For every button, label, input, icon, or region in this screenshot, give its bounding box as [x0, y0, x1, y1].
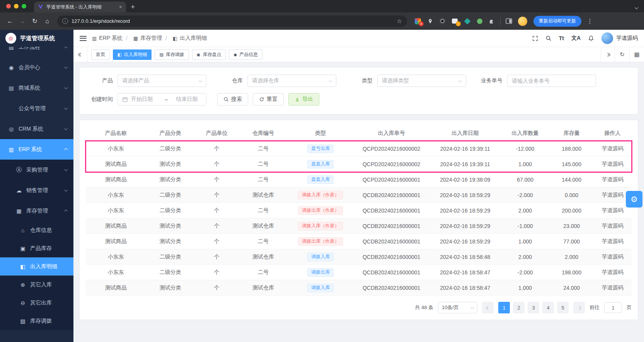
table-row[interactable]: 小东东 二级分类 个 测试仓库 调拨入库（作废） QCDB20240216000…	[86, 187, 632, 203]
puzzle-extensions-icon[interactable]	[488, 17, 496, 25]
table-row[interactable]: 测试商品 测试分类 个 二号 调拨出库（作废） QCDB202402160000…	[86, 234, 632, 249]
browser-update-button[interactable]: 重新启动即可更新	[533, 16, 581, 27]
browser-profile-avatar[interactable]	[518, 17, 527, 26]
column-header[interactable]: 仓库编号	[239, 130, 288, 137]
forward-icon[interactable]: →	[17, 16, 28, 27]
tab-list-chevron-icon[interactable]	[635, 7, 640, 9]
column-header[interactable]: 操作人	[593, 130, 632, 137]
font-size-icon[interactable]: Tt	[559, 35, 564, 41]
address-bar[interactable]: i 127.0.0.1/erp/stock/record ☆	[57, 15, 407, 27]
column-header[interactable]: 产品分类	[146, 130, 195, 137]
back-icon[interactable]: ←	[5, 16, 15, 27]
notification-bell-icon[interactable]	[588, 35, 594, 41]
extension-chat-icon[interactable]: 1	[451, 17, 458, 25]
sidebar-item[interactable]: ⌂ 仓库信息	[0, 221, 73, 239]
sidebar-item[interactable]: ▥ ERP 系统	[0, 139, 73, 160]
column-header[interactable]: 产品名称	[86, 130, 146, 137]
sidebar-item[interactable]: ⊖ 其它出库	[0, 294, 73, 312]
refresh-page-icon[interactable]: ↻	[615, 47, 629, 62]
new-tab-button[interactable]: +	[131, 3, 135, 11]
reload-icon[interactable]: ↻	[29, 16, 40, 27]
site-info-icon[interactable]: i	[62, 18, 68, 24]
close-window-button[interactable]	[6, 4, 11, 9]
translate-icon[interactable]: 文A	[571, 35, 581, 42]
theme-settings-gear-icon[interactable]: ⚙	[626, 191, 642, 208]
collapse-menu-icon[interactable]	[80, 36, 87, 41]
page-tab[interactable]: ◆ 产品信息	[229, 49, 262, 60]
table-row[interactable]: 小东东 二级分类 个 测试仓库 调拨入库 QCDB20240216000001 …	[86, 249, 632, 265]
product-select[interactable]: 请选择产品	[118, 75, 206, 87]
extension-leaf-icon[interactable]	[476, 17, 483, 25]
search-icon[interactable]	[545, 35, 552, 41]
tab-close-icon[interactable]: ×	[119, 4, 122, 10]
minimize-window-button[interactable]	[14, 4, 19, 9]
next-page-button[interactable]	[573, 302, 585, 313]
sidebar-item[interactable]: ▣ 产品库存	[0, 239, 73, 257]
breadcrumb-item[interactable]: / ▦ 库存管理	[123, 35, 162, 42]
sidebar-item[interactable]: ▦ 库存管理	[0, 201, 73, 221]
sidebar-item[interactable]: Ⓐ 采购管理	[0, 160, 73, 180]
bookmark-star-icon[interactable]: ☆	[397, 18, 402, 25]
type-select[interactable]: 请选择类型	[377, 75, 466, 87]
breadcrumb-item[interactable]: / ▥ ERP 系统	[92, 35, 123, 42]
reset-button[interactable]: 重置	[253, 93, 284, 105]
browser-tab[interactable]: 芋道管理系统 - 出入库明细 ×	[34, 2, 126, 12]
sidebar-item[interactable]: ▨ 库存调拨	[0, 312, 73, 330]
fullscreen-window-button[interactable]	[22, 4, 26, 9]
page-tab[interactable]: 首页	[91, 49, 110, 60]
app-logo[interactable]: 芋道管理系统	[0, 30, 73, 47]
page-tab[interactable]: ▨ 库存调拨	[155, 49, 189, 60]
sidebar-item[interactable]: ▤ 商城系统	[0, 78, 73, 98]
page-tab[interactable]: ◉ 库存盘点	[192, 49, 226, 60]
sidebar-item[interactable]: ◎ CRM 系统	[0, 119, 73, 139]
sidebar-item[interactable]: 公众号管理	[0, 98, 73, 119]
page-number-button[interactable]: 4	[542, 302, 554, 313]
page-number-button[interactable]: 3	[528, 302, 539, 313]
user-menu[interactable]: 芋道源码	[601, 32, 638, 44]
table-row[interactable]: 测试商品 测试分类 个 测试仓库 调拨入库（作废） QCDB2024021600…	[86, 218, 632, 234]
goto-page-input[interactable]	[604, 302, 622, 313]
sidebar-item[interactable]: ☁ 销售管理	[0, 180, 73, 201]
search-button[interactable]: 搜索	[217, 93, 248, 105]
column-header[interactable]: 产品单位	[195, 130, 239, 137]
page-size-select[interactable]: 10条/页	[438, 302, 477, 313]
table-row[interactable]: 测试商品 测试分类 个 测试仓库 调拨入库 QCDB20240216000001…	[86, 280, 632, 296]
sidebar-item[interactable]: ◉ 会员中心	[0, 57, 73, 78]
warehouse-select[interactable]: 请选择仓库	[247, 75, 336, 87]
page-number-button[interactable]: 5	[557, 302, 569, 313]
table-row[interactable]: 测试商品 测试分类 个 二号 盘盈入库 QCPD20240216000001 2…	[86, 172, 632, 187]
extension-pin-icon[interactable]	[426, 17, 434, 25]
table-row[interactable]: 小东东 二级分类 个 二号 调拨出库 QCDB20240216000001 20…	[86, 265, 632, 280]
table-row[interactable]: 小东东 二级分类 个 二号 调拨出库（作废） QCDB2024021600000…	[86, 203, 632, 218]
fullscreen-icon[interactable]	[532, 36, 538, 41]
column-header[interactable]: 库存量	[550, 130, 593, 137]
breadcrumb-item[interactable]: / ◧ 出入库明细	[162, 35, 207, 42]
extension-teal-icon[interactable]	[463, 17, 471, 25]
date-range-picker[interactable]: 开始日期 – 结束日期	[118, 93, 206, 105]
order-no-input[interactable]	[507, 75, 596, 87]
sidebar-item[interactable]: ◧ 出入库明细	[0, 257, 73, 276]
side-panel-icon[interactable]	[505, 17, 513, 25]
page-tab[interactable]: ◧ 出入库明细	[113, 49, 152, 60]
page-number-button[interactable]: 2	[513, 302, 525, 313]
column-header[interactable]: 类型	[288, 130, 353, 137]
column-header[interactable]: 出入库日期	[430, 130, 501, 137]
scroll-tags-right-icon[interactable]	[601, 47, 615, 62]
browser-menu-icon[interactable]: ⋮	[587, 17, 593, 25]
prev-page-button[interactable]	[482, 302, 494, 313]
table-row[interactable]: 小东东 二级分类 个 二号 盘亏出库 QCPD20240216000002 20…	[86, 141, 632, 157]
column-header[interactable]: 出入库数量	[501, 130, 550, 137]
page-number-button[interactable]: 1	[498, 302, 510, 313]
column-header[interactable]: 出入库单号	[353, 130, 430, 137]
layout-grid-icon[interactable]: ▦	[629, 47, 644, 62]
home-icon[interactable]: ⌂	[42, 16, 53, 27]
cell-product-name: 小东东	[86, 192, 146, 199]
scroll-tags-left-icon[interactable]	[73, 47, 87, 62]
url-text[interactable]: 127.0.0.1/erp/stock/record	[72, 18, 394, 24]
export-button[interactable]: 导出	[288, 93, 319, 105]
extension-dark-icon[interactable]	[439, 17, 446, 25]
extension-color-icon[interactable]: 8	[414, 17, 421, 25]
table-row[interactable]: 测试商品 测试分类 个 二号 盘盈入库 QCPD20240216000002 2…	[86, 157, 632, 172]
sidebar-item[interactable]: ⊕ 其它入库	[0, 276, 73, 294]
user-avatar	[601, 32, 613, 44]
